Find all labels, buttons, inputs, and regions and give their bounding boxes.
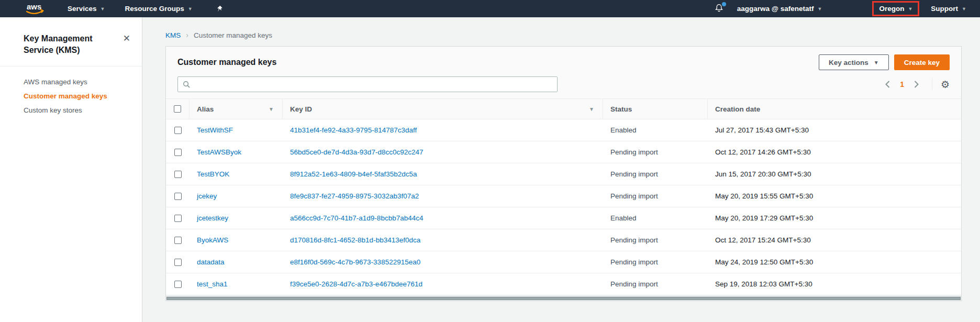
status-text: Enabled: [603, 214, 708, 222]
creation-date-text: May 20, 2019 15:55 GMT+5:30: [708, 192, 961, 200]
status-text: Pending import: [603, 258, 708, 266]
nav-services[interactable]: Services ▼: [68, 5, 105, 13]
region-name: Oregon: [879, 5, 904, 13]
current-page-number[interactable]: 1: [900, 80, 904, 88]
settings-button[interactable]: ⚙: [941, 80, 950, 90]
row-select-cell: [166, 171, 190, 178]
previous-page-button[interactable]: [883, 79, 893, 90]
create-key-button[interactable]: Create key: [894, 54, 950, 70]
key-id-link[interactable]: 41b31ef4-fe92-4a33-9795-814787c3daff: [290, 126, 417, 134]
alias-link[interactable]: datadata: [197, 258, 225, 266]
column-label-creation-date: Creation date: [715, 105, 760, 113]
chevron-down-icon: ▼: [101, 6, 105, 12]
svg-text:aws: aws: [27, 2, 41, 11]
nav-resource-groups[interactable]: Resource Groups ▼: [125, 5, 192, 13]
status-text: Pending import: [603, 236, 708, 244]
horizontal-scrollbar[interactable]: [166, 296, 961, 301]
notification-badge: [722, 2, 726, 6]
nav-services-label: Services: [68, 5, 97, 13]
status-text: Pending import: [603, 170, 708, 178]
key-actions-button[interactable]: Key actions ▼: [819, 54, 889, 70]
table-row: jcekey 8fe9c837-fe27-4959-8975-3032ab3f0…: [166, 185, 961, 207]
column-header-status[interactable]: Status: [603, 99, 708, 119]
row-select-cell: [166, 259, 190, 266]
aws-logo-icon: aws: [24, 2, 46, 16]
next-page-button[interactable]: [911, 79, 921, 90]
notifications-button[interactable]: [715, 3, 723, 14]
sidebar: Key Management Service (KMS) ✕ AWS manag…: [0, 17, 142, 322]
chevron-right-icon: [914, 81, 919, 88]
scrollbar-thumb[interactable]: [166, 297, 961, 300]
sidebar-nav: AWS managed keys Customer managed keys C…: [0, 66, 142, 126]
creation-date-text: Oct 12, 2017 15:24 GMT+5:30: [708, 236, 961, 244]
column-header-key-id[interactable]: Key ID ▼: [283, 99, 603, 119]
key-id-link[interactable]: 56bd5ce0-de7d-4d3a-93d7-d8cc0c92c247: [290, 148, 423, 156]
breadcrumb-kms-link[interactable]: KMS: [165, 31, 181, 39]
customer-managed-keys-card: Customer managed keys Key actions ▼ Crea…: [165, 46, 962, 301]
chevron-down-icon: ▼: [908, 6, 912, 12]
column-header-creation-date[interactable]: Creation date: [708, 99, 961, 119]
key-id-link[interactable]: f39ce5e0-2628-4d7c-a7b3-e467bdee761d: [290, 280, 422, 288]
breadcrumb: KMS › Customer managed keys: [143, 17, 980, 39]
row-checkbox[interactable]: [174, 149, 182, 156]
table-row: TestWithSF 41b31ef4-fe92-4a33-9795-81478…: [166, 119, 961, 141]
sort-icon[interactable]: ▼: [269, 106, 274, 112]
creation-date-text: Jul 27, 2017 15:43 GMT+5:30: [708, 126, 961, 134]
creation-date-text: Sep 19, 2018 12:03 GMT+5:30: [708, 280, 961, 288]
sidebar-item-aws-managed-keys[interactable]: AWS managed keys: [0, 75, 142, 89]
table-header: Alias ▼ Key ID ▼ Status Creation date: [166, 98, 961, 119]
row-checkbox[interactable]: [174, 127, 182, 134]
search-box[interactable]: [177, 76, 558, 92]
key-id-link[interactable]: 8fe9c837-fe27-4959-8975-3032ab3f07a2: [290, 192, 419, 200]
row-select-cell: [166, 193, 190, 200]
nav-support-menu[interactable]: Support ▼: [931, 5, 966, 13]
row-checkbox[interactable]: [174, 281, 182, 288]
select-all-checkbox[interactable]: [174, 105, 181, 113]
table-row: datadata e8f16f0d-569c-4c7b-9673-3385229…: [166, 251, 961, 273]
search-input[interactable]: [194, 81, 552, 88]
alias-link[interactable]: TestAWSByok: [197, 148, 241, 156]
row-checkbox[interactable]: [174, 237, 182, 244]
chevron-left-icon: [885, 81, 890, 88]
nav-account-menu[interactable]: aaggarwa @ safenetatf ▼: [737, 5, 822, 13]
key-id-link[interactable]: 8f912a52-1e63-4809-b4ef-5faf35b2dc5a: [290, 170, 417, 178]
sort-icon[interactable]: ▼: [589, 106, 594, 112]
column-header-alias[interactable]: Alias ▼: [190, 99, 283, 119]
page-title: Customer managed keys: [177, 58, 819, 67]
alias-link[interactable]: ByokAWS: [197, 236, 228, 244]
pin-shortcut-button[interactable]: [216, 5, 223, 13]
creation-date-text: May 20, 2019 17:29 GMT+5:30: [708, 214, 961, 222]
chevron-down-icon: ▼: [962, 6, 966, 12]
support-label: Support: [931, 5, 958, 13]
column-label-key-id: Key ID: [290, 105, 312, 113]
alias-link[interactable]: TestWithSF: [197, 126, 233, 134]
search-icon: [183, 81, 191, 88]
alias-link[interactable]: jcetestkey: [197, 214, 228, 222]
sidebar-item-customer-managed-keys[interactable]: Customer managed keys: [0, 89, 142, 103]
creation-date-text: May 24, 2019 12:50 GMT+5:30: [708, 258, 961, 266]
breadcrumb-current: Customer managed keys: [194, 31, 272, 39]
status-text: Pending import: [603, 148, 708, 156]
aws-logo[interactable]: aws: [24, 2, 46, 16]
row-select-cell: [166, 127, 190, 134]
status-text: Pending import: [603, 192, 708, 200]
chevron-down-icon: ▼: [188, 6, 193, 12]
key-id-link[interactable]: a566cc9d-7c70-41b7-a1d9-8bcbb7ab44c4: [290, 214, 423, 222]
row-checkbox[interactable]: [174, 259, 182, 266]
sidebar-item-custom-key-stores[interactable]: Custom key stores: [0, 103, 142, 117]
nav-region-selector[interactable]: Oregon ▼: [872, 1, 919, 16]
alias-link[interactable]: TestBYOK: [197, 170, 229, 178]
row-checkbox[interactable]: [174, 215, 182, 222]
pagination: 1 ⚙: [883, 78, 950, 91]
row-select-cell: [166, 215, 190, 222]
key-id-link[interactable]: e8f16f0d-569c-4c7b-9673-338522915ea0: [290, 258, 420, 266]
row-checkbox[interactable]: [174, 171, 182, 178]
key-id-link[interactable]: d170816d-8fc1-4652-8b1d-bb3413ef0dca: [290, 236, 420, 244]
pin-icon: [216, 5, 223, 13]
close-icon[interactable]: ✕: [123, 33, 130, 43]
status-text: Enabled: [603, 126, 708, 134]
alias-link[interactable]: test_sha1: [197, 280, 228, 288]
alias-link[interactable]: jcekey: [197, 192, 217, 200]
row-checkbox[interactable]: [174, 193, 182, 200]
table-row: TestBYOK 8f912a52-1e63-4809-b4ef-5faf35b…: [166, 163, 961, 185]
